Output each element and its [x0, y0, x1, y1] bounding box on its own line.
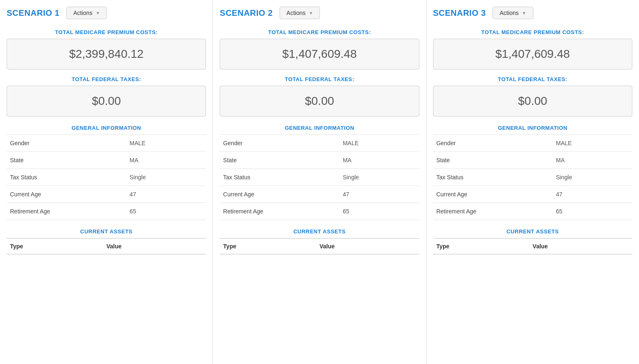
general-info-table-1: GenderMALEStateMATax StatusSingleCurrent… [7, 134, 206, 220]
scenario-title-3: SCENARIO 3 [433, 8, 486, 18]
row-value-1-4: 65 [126, 203, 206, 220]
row-value-2-4: 65 [339, 203, 419, 220]
chevron-down-icon: ▼ [96, 11, 100, 15]
row-label-2-0: Gender [220, 135, 339, 152]
row-value-3-0: MALE [552, 135, 632, 152]
federal-taxes-label-2: TOTAL FEDERAL TAXES: [220, 76, 419, 82]
chevron-down-icon: ▼ [522, 11, 526, 15]
table-row: Retirement Age65 [220, 203, 419, 220]
actions-label-1: Actions [73, 10, 92, 16]
row-label-1-0: Gender [7, 135, 126, 152]
table-row: Retirement Age65 [7, 203, 206, 220]
row-value-1-3: 47 [126, 186, 206, 203]
row-label-1-2: Tax Status [7, 169, 126, 186]
table-row: Retirement Age65 [433, 203, 632, 220]
assets-col-value-3: Value [532, 243, 629, 250]
assets-header-2: TypeValue [220, 238, 419, 255]
medicare-label-1: TOTAL MEDICARE PREMIUM COSTS: [7, 29, 206, 35]
table-row: StateMA [7, 152, 206, 169]
scenario-column-1: SCENARIO 1Actions▼TOTAL MEDICARE PREMIUM… [0, 0, 213, 364]
row-label-2-3: Current Age [220, 186, 339, 203]
chevron-down-icon: ▼ [309, 11, 313, 15]
scenarios-container: SCENARIO 1Actions▼TOTAL MEDICARE PREMIUM… [0, 0, 639, 364]
assets-col-value-1: Value [106, 243, 203, 250]
medicare-value-2: $1,407,609.48 [220, 39, 419, 69]
general-info-title-3: GENERAL INFORMATION [433, 125, 632, 131]
federal-taxes-value-2: $0.00 [220, 86, 419, 116]
row-label-3-3: Current Age [433, 186, 553, 203]
row-value-2-0: MALE [339, 135, 419, 152]
row-label-2-2: Tax Status [220, 169, 339, 186]
row-label-3-0: Gender [433, 135, 553, 152]
row-value-2-1: MA [339, 152, 419, 169]
row-label-2-1: State [220, 152, 339, 169]
row-value-1-0: MALE [126, 135, 206, 152]
current-assets-title-2: CURRENT ASSETS [220, 228, 419, 235]
medicare-value-3: $1,407,609.48 [433, 39, 632, 69]
current-assets-title-3: CURRENT ASSETS [433, 228, 632, 235]
row-value-2-2: Single [339, 169, 419, 186]
row-label-3-2: Tax Status [433, 169, 553, 186]
scenario-title-1: SCENARIO 1 [7, 8, 59, 18]
actions-button-3[interactable]: Actions▼ [493, 7, 533, 19]
actions-button-1[interactable]: Actions▼ [66, 7, 107, 19]
general-info-title-1: GENERAL INFORMATION [7, 125, 206, 131]
assets-header-1: TypeValue [7, 238, 206, 255]
federal-taxes-value-3: $0.00 [433, 86, 632, 116]
row-label-3-1: State [433, 152, 553, 169]
assets-col-type-3: Type [436, 243, 533, 250]
table-row: StateMA [433, 152, 632, 169]
scenario-column-3: SCENARIO 3Actions▼TOTAL MEDICARE PREMIUM… [426, 0, 639, 364]
federal-taxes-label-1: TOTAL FEDERAL TAXES: [7, 76, 206, 82]
table-row: Current Age47 [433, 186, 632, 203]
table-row: StateMA [220, 152, 419, 169]
table-row: GenderMALE [7, 135, 206, 152]
table-row: GenderMALE [433, 135, 632, 152]
medicare-label-3: TOTAL MEDICARE PREMIUM COSTS: [433, 29, 632, 35]
table-row: Current Age47 [7, 186, 206, 203]
general-info-title-2: GENERAL INFORMATION [220, 125, 419, 131]
scenario-title-2: SCENARIO 2 [220, 8, 272, 18]
table-row: Tax StatusSingle [7, 169, 206, 186]
row-value-1-2: Single [126, 169, 206, 186]
assets-col-value-2: Value [320, 243, 416, 250]
actions-button-2[interactable]: Actions▼ [280, 7, 320, 19]
table-row: Tax StatusSingle [433, 169, 632, 186]
federal-taxes-label-3: TOTAL FEDERAL TAXES: [433, 76, 632, 82]
assets-col-type-2: Type [223, 243, 320, 250]
scenario-column-2: SCENARIO 2Actions▼TOTAL MEDICARE PREMIUM… [213, 0, 426, 364]
row-value-3-3: 47 [552, 186, 632, 203]
current-assets-title-1: CURRENT ASSETS [7, 228, 206, 235]
federal-taxes-value-1: $0.00 [7, 86, 206, 116]
row-label-2-4: Retirement Age [220, 203, 339, 220]
row-value-3-4: 65 [552, 203, 632, 220]
row-value-1-1: MA [126, 152, 206, 169]
medicare-value-1: $2,399,840.12 [7, 39, 206, 69]
actions-label-2: Actions [287, 10, 306, 16]
row-value-2-3: 47 [339, 186, 419, 203]
scenario-header-1: SCENARIO 1Actions▼ [7, 7, 206, 19]
actions-label-3: Actions [500, 10, 519, 16]
table-row: GenderMALE [220, 135, 419, 152]
assets-header-3: TypeValue [433, 238, 632, 255]
general-info-table-2: GenderMALEStateMATax StatusSingleCurrent… [220, 134, 419, 220]
row-label-1-3: Current Age [7, 186, 126, 203]
table-row: Tax StatusSingle [220, 169, 419, 186]
row-label-1-4: Retirement Age [7, 203, 126, 220]
row-value-3-2: Single [552, 169, 632, 186]
scenario-header-2: SCENARIO 2Actions▼ [220, 7, 419, 19]
table-row: Current Age47 [220, 186, 419, 203]
medicare-label-2: TOTAL MEDICARE PREMIUM COSTS: [220, 29, 419, 35]
general-info-table-3: GenderMALEStateMATax StatusSingleCurrent… [433, 134, 632, 220]
assets-col-type-1: Type [10, 243, 106, 250]
scenario-header-3: SCENARIO 3Actions▼ [433, 7, 632, 19]
row-label-1-1: State [7, 152, 126, 169]
row-value-3-1: MA [552, 152, 632, 169]
row-label-3-4: Retirement Age [433, 203, 553, 220]
